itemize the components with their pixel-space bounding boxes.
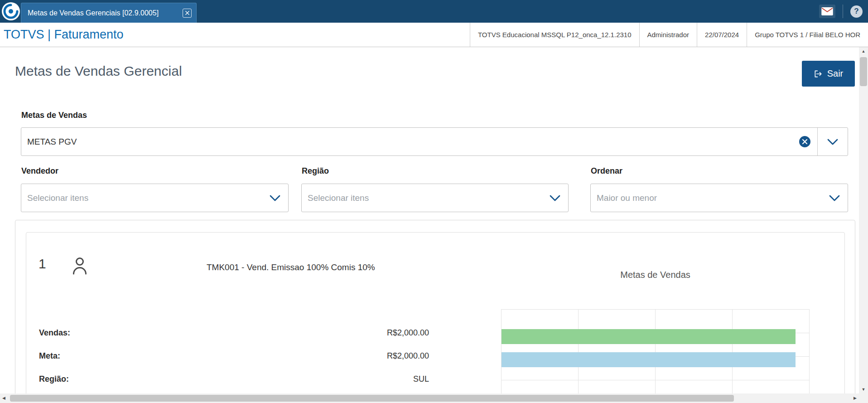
metas-de-vendas-label: Metas de Vendas [21, 111, 87, 120]
ordenar-placeholder: Maior ou menor [591, 193, 821, 203]
page-title: Metas de Vendas Gerencial [15, 63, 182, 79]
horizontal-scroll-thumb[interactable] [10, 395, 734, 402]
metric-value: SUL [413, 374, 429, 384]
env-user: Administrador [639, 23, 697, 47]
chart-bar-vendas [502, 329, 796, 344]
metas-de-vendas-combo[interactable]: METAS PGV [21, 127, 848, 156]
ordenar-label: Ordenar [591, 166, 622, 176]
regiao-placeholder: Selecionar itens [302, 193, 542, 203]
metric-value: R$2,000.00 [387, 351, 429, 361]
metric-row-vendas: Vendas: R$2,000.00 [39, 321, 429, 345]
vertical-scrollbar[interactable]: ▲ ▼ [859, 47, 868, 393]
metric-row-regiao: Região: SUL [39, 368, 429, 391]
scroll-down-arrow-icon[interactable]: ▼ [859, 387, 868, 392]
seller-name: TMK001 - Vend. Emissao 100% Comis 10% [207, 262, 375, 272]
clear-selection-icon[interactable] [799, 136, 811, 148]
regiao-label: Região [302, 166, 329, 176]
chevron-down-icon[interactable] [262, 195, 288, 201]
totvs-logo-icon[interactable] [1, 2, 20, 21]
env-database: TOTVS Educacional MSSQL P12_onca_12.1.23… [470, 23, 639, 47]
ordenar-select[interactable]: Maior ou menor [590, 184, 848, 212]
horizontal-scrollbar[interactable]: ◀ ▶ [0, 393, 859, 403]
tab-close-icon[interactable] [183, 9, 192, 18]
seller-card: 1 TMK001 - Vend. Emissao 100% Comis 10% … [26, 232, 845, 393]
metric-value: R$2,000.00 [387, 328, 429, 338]
help-icon[interactable]: ? [850, 5, 863, 18]
scroll-up-arrow-icon[interactable]: ▲ [859, 49, 868, 53]
vendedor-label: Vendedor [21, 166, 58, 176]
tab-metas-vendas-gerenciais[interactable]: Metas de Vendas Gerenciais [02.9.0005] [21, 3, 197, 23]
exit-button[interactable]: Sair [802, 61, 855, 87]
card-index: 1 [39, 256, 46, 272]
help-glyph: ? [854, 7, 858, 16]
metric-label: Região: [39, 374, 69, 384]
person-icon [72, 256, 88, 277]
app-header: TOTVS | Faturamento TOTVS Educacional MS… [0, 23, 868, 47]
topbar-divider [843, 5, 843, 18]
chevron-down-icon[interactable] [818, 139, 848, 145]
tab-label: Metas de Vendas Gerenciais [02.9.0005] [28, 9, 179, 17]
vendedor-placeholder: Selecionar itens [21, 193, 262, 203]
chart-title: Metas de Vendas [501, 270, 810, 280]
topbar-actions: ? [819, 0, 863, 23]
exit-button-label: Sair [827, 68, 844, 79]
env-branch: Grupo TOTVS 1 / Filial BELO HOR [747, 23, 868, 47]
main-content: Metas de Vendas Gerencial Sair Metas de … [0, 47, 859, 393]
chevron-down-icon[interactable] [821, 195, 848, 201]
results-panel: 1 TMK001 - Vend. Emissao 100% Comis 10% … [15, 220, 855, 393]
metas-bar-chart [501, 309, 810, 393]
scroll-right-arrow-icon[interactable]: ▶ [854, 393, 857, 403]
brand: TOTVS | Faturamento [0, 28, 124, 42]
env-date: 22/07/2024 [697, 23, 747, 47]
topbar: Metas de Vendas Gerenciais [02.9.0005] ? [0, 0, 868, 23]
metric-row-meta: Meta: R$2,000.00 [39, 345, 429, 368]
chart-bar-meta [502, 352, 796, 367]
metrics: Vendas: R$2,000.00 Meta: R$2,000.00 Regi… [39, 321, 429, 391]
scroll-left-arrow-icon[interactable]: ◀ [2, 393, 5, 403]
metric-label: Meta: [39, 351, 60, 361]
mail-icon[interactable] [819, 5, 835, 18]
scrollbar-corner [859, 393, 868, 403]
vertical-scroll-thumb[interactable] [860, 57, 867, 86]
regiao-select[interactable]: Selecionar itens [301, 184, 569, 212]
exit-icon [814, 69, 823, 78]
vendedor-select[interactable]: Selecionar itens [21, 184, 289, 212]
app-window: Metas de Vendas Gerenciais [02.9.0005] ?… [0, 0, 868, 403]
metric-label: Vendas: [39, 328, 70, 338]
metas-combo-value: METAS PGV [21, 137, 799, 147]
environment-info: TOTVS Educacional MSSQL P12_onca_12.1.23… [470, 23, 868, 47]
chevron-down-icon[interactable] [542, 195, 568, 201]
